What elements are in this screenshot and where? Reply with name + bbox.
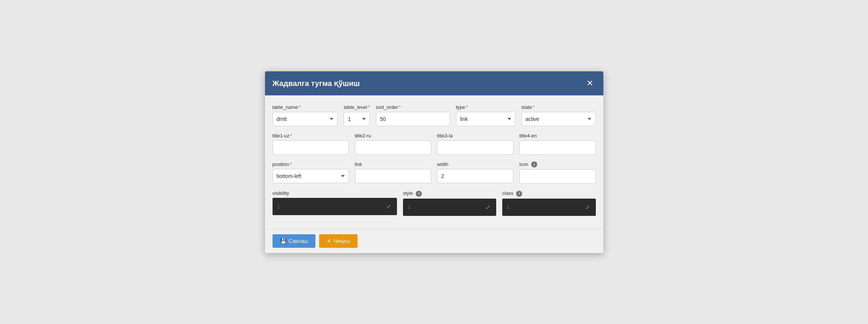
cancel-label: Чиқиш	[333, 238, 350, 244]
icon-label: icon i	[520, 161, 596, 168]
style-label: style i	[403, 190, 496, 197]
position-label: position*	[273, 161, 349, 167]
style-code-input[interactable]	[414, 204, 485, 210]
icon-input[interactable]	[520, 169, 596, 184]
title3-la-group: title3-la	[437, 133, 514, 155]
type-group: type* link button dropdown	[456, 104, 515, 126]
sort-order-input[interactable]	[376, 112, 450, 126]
title2-ru-group: title2-ru	[355, 133, 431, 155]
visibility-group: visibility 1 ⤢	[273, 190, 397, 216]
title1-uz-group: title1-uz*	[273, 133, 349, 155]
modal-dialog: Жадвалга тугма қўшиш ✕ table_name* dmtt …	[265, 71, 603, 253]
class-editor: 1 ⤢	[502, 199, 595, 216]
table-level-select[interactable]: 1 2 3	[344, 112, 370, 126]
state-group: state* active inactive	[521, 104, 596, 126]
sort-order-group: sort_order*	[376, 104, 450, 126]
save-button[interactable]: 💾 Саклаш	[273, 234, 316, 248]
link-input[interactable]	[355, 169, 431, 183]
class-label: class i	[502, 190, 595, 197]
title3-la-label: title3-la	[437, 133, 514, 139]
visibility-editor: 1 ⤢	[273, 198, 397, 215]
form-row-4: visibility 1 ⤢ style i 1 ⤢	[273, 190, 596, 216]
width-input[interactable]	[437, 169, 514, 183]
cancel-icon: ✕	[327, 238, 331, 244]
cancel-button[interactable]: ✕ Чиқиш	[319, 234, 358, 248]
form-row-1: table_name* dmtt table_level* 1 2 3 so	[273, 104, 596, 126]
visibility-label: visibility	[273, 190, 397, 196]
icon-group: icon i	[520, 161, 596, 184]
close-button[interactable]: ✕	[584, 77, 596, 89]
class-group: class i 1 ⤢	[502, 190, 595, 216]
style-info-icon[interactable]: i	[416, 191, 422, 197]
icon-info-icon[interactable]: i	[531, 161, 537, 167]
title4-en-group: title4-en	[520, 133, 596, 155]
form-row-3: position* bottom-left bottom-right top-l…	[273, 161, 596, 184]
visibility-code-input[interactable]	[283, 204, 385, 209]
class-line-num: 1	[507, 204, 510, 210]
style-group: style i 1 ⤢	[403, 190, 496, 216]
link-label: link	[355, 161, 431, 167]
table-level-group: table_level* 1 2 3	[344, 104, 370, 126]
style-expand-button[interactable]: ⤢	[484, 203, 492, 211]
class-code-input[interactable]	[514, 204, 584, 210]
modal-title: Жадвалга тугма қўшиш	[273, 79, 360, 88]
state-select[interactable]: active inactive	[521, 112, 596, 126]
form-row-2: title1-uz* title2-ru title3-la title4-en	[273, 133, 596, 155]
state-label: state*	[521, 104, 596, 110]
width-group: width	[437, 161, 514, 184]
table-name-label: table_name*	[273, 104, 338, 110]
visibility-line-num: 1	[277, 204, 280, 209]
save-icon: 💾	[280, 238, 286, 244]
width-label: width	[437, 161, 514, 167]
sort-order-label: sort_order*	[376, 104, 450, 110]
title1-uz-label: title1-uz*	[273, 133, 349, 139]
style-editor: 1 ⤢	[403, 199, 496, 216]
type-select[interactable]: link button dropdown	[456, 112, 515, 126]
modal-body: table_name* dmtt table_level* 1 2 3 so	[265, 95, 603, 229]
title1-uz-input[interactable]	[273, 140, 349, 155]
title3-la-input[interactable]	[437, 140, 514, 155]
modal-footer: 💾 Саклаш ✕ Чиқиш	[265, 229, 603, 253]
visibility-expand-button[interactable]: ⤢	[385, 203, 392, 210]
table-level-label: table_level*	[344, 104, 370, 110]
position-select[interactable]: bottom-left bottom-right top-left top-ri…	[273, 169, 349, 183]
style-line-num: 1	[407, 204, 411, 210]
link-group: link	[355, 161, 431, 184]
table-name-group: table_name* dmtt	[273, 104, 338, 126]
position-group: position* bottom-left bottom-right top-l…	[273, 161, 349, 184]
table-name-select[interactable]: dmtt	[273, 112, 338, 126]
modal-header: Жадвалга тугма қўшиш ✕	[265, 71, 603, 95]
class-info-icon[interactable]: i	[516, 191, 522, 197]
title4-en-label: title4-en	[520, 133, 596, 139]
title2-ru-input[interactable]	[355, 140, 431, 155]
title4-en-input[interactable]	[520, 140, 596, 155]
class-expand-button[interactable]: ⤢	[584, 203, 591, 211]
title2-ru-label: title2-ru	[355, 133, 431, 139]
type-label: type*	[456, 104, 515, 110]
save-label: Саклаш	[289, 238, 308, 244]
